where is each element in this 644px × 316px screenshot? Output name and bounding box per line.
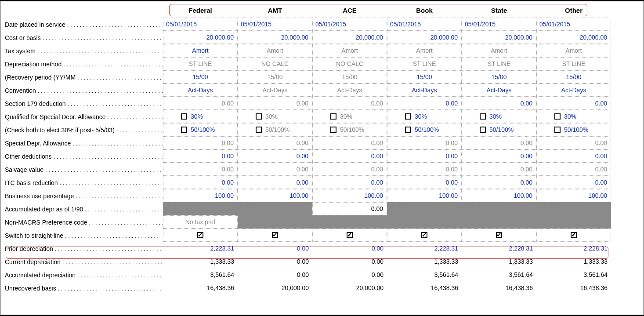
non_macrs-cell-0[interactable]: No tax pref bbox=[163, 215, 238, 229]
switch_sl-cell-5[interactable] bbox=[536, 229, 611, 242]
check_both-checkbox-1[interactable] bbox=[256, 127, 262, 133]
sec179-cell-2[interactable]: 0.00 bbox=[312, 97, 387, 110]
bus_use-cell-3[interactable]: 100.00 bbox=[387, 189, 462, 202]
salvage-cell-0[interactable]: 0.00 bbox=[163, 163, 238, 176]
other_ded-cell-0[interactable]: 0.00 bbox=[163, 149, 238, 163]
itc_basis-cell-2[interactable]: 0.00 bbox=[312, 176, 387, 189]
qual_spec-cell-5[interactable]: 30% bbox=[536, 110, 611, 123]
dep_method-cell-2[interactable]: NO CALC bbox=[312, 57, 387, 70]
dep_method-cell-3[interactable]: ST LINE bbox=[387, 57, 462, 70]
tax_system-cell-1[interactable]: Amort bbox=[238, 44, 312, 57]
salvage-cell-5[interactable]: 0.00 bbox=[536, 163, 611, 176]
dep_method-cell-4[interactable]: ST LINE bbox=[462, 57, 536, 70]
itc_basis-cell-0[interactable]: 0.00 bbox=[163, 176, 238, 189]
tax_system-cell-5[interactable]: Amort bbox=[536, 44, 611, 57]
date_placed-cell-3[interactable]: 05/01/2015 bbox=[387, 18, 462, 31]
recovery-cell-1[interactable]: 15/00 bbox=[238, 70, 312, 84]
date_placed-cell-4[interactable]: 05/01/2015 bbox=[462, 18, 536, 31]
date_placed-cell-5[interactable]: 05/01/2015 bbox=[536, 18, 611, 31]
check_both-checkbox-5[interactable] bbox=[554, 127, 561, 133]
recovery-cell-5[interactable]: 15/00 bbox=[536, 70, 611, 84]
itc_basis-cell-1[interactable]: 0.00 bbox=[238, 176, 312, 189]
switch_sl-checkbox-5[interactable] bbox=[571, 232, 577, 238]
tax_system-cell-3[interactable]: Amort bbox=[387, 44, 462, 57]
sec179-cell-0[interactable]: 0.00 bbox=[163, 97, 238, 110]
salvage-cell-2[interactable]: 0.00 bbox=[312, 163, 387, 176]
check_both-cell-3[interactable]: 50/100% bbox=[387, 123, 462, 136]
qual_spec-checkbox-4[interactable] bbox=[480, 113, 486, 120]
sec179-cell-3[interactable]: 0.00 bbox=[387, 97, 462, 110]
qual_spec-checkbox-0[interactable] bbox=[181, 113, 187, 120]
check_both-checkbox-2[interactable] bbox=[330, 127, 336, 133]
dep_method-cell-5[interactable]: ST LINE bbox=[536, 57, 611, 70]
check_both-cell-2[interactable]: 50/100% bbox=[312, 123, 387, 136]
check_both-cell-0[interactable]: 50/100% bbox=[163, 123, 238, 136]
check_both-checkbox-4[interactable] bbox=[480, 127, 486, 133]
qual_spec-cell-2[interactable]: 30% bbox=[312, 110, 387, 123]
qual_spec-cell-3[interactable]: 30% bbox=[387, 110, 462, 123]
qual_spec-checkbox-2[interactable] bbox=[330, 113, 336, 120]
itc_basis-cell-3[interactable]: 0.00 bbox=[387, 176, 462, 189]
qual_spec-checkbox-1[interactable] bbox=[256, 113, 262, 120]
spec_allow-cell-4[interactable]: 0.00 bbox=[462, 136, 536, 149]
salvage-cell-1[interactable]: 0.00 bbox=[238, 163, 312, 176]
cost_basis-cell-4[interactable]: 20,000.00 bbox=[462, 31, 536, 44]
other_ded-cell-5[interactable]: 0.00 bbox=[536, 149, 611, 163]
salvage-cell-3[interactable]: 0.00 bbox=[387, 163, 462, 176]
switch_sl-checkbox-3[interactable] bbox=[421, 232, 427, 238]
switch_sl-cell-0[interactable] bbox=[163, 229, 238, 242]
sec179-cell-1[interactable]: 0.00 bbox=[238, 97, 312, 110]
switch_sl-cell-3[interactable] bbox=[387, 229, 462, 242]
recovery-cell-0[interactable]: 15/00 bbox=[163, 70, 238, 84]
spec_allow-cell-5[interactable]: 0.00 bbox=[536, 136, 611, 149]
bus_use-cell-1[interactable]: 100.00 bbox=[238, 189, 312, 202]
check_both-cell-5[interactable]: 50/100% bbox=[536, 123, 611, 136]
check_both-checkbox-3[interactable] bbox=[405, 127, 411, 133]
switch_sl-cell-4[interactable] bbox=[462, 229, 536, 242]
switch_sl-cell-1[interactable] bbox=[238, 229, 312, 242]
other_ded-cell-2[interactable]: 0.00 bbox=[312, 149, 387, 163]
qual_spec-cell-1[interactable]: 30% bbox=[238, 110, 312, 123]
dep_method-cell-0[interactable]: ST LINE bbox=[163, 57, 238, 70]
tax_system-cell-4[interactable]: Amort bbox=[462, 44, 536, 57]
sec179-cell-4[interactable]: 0.00 bbox=[462, 97, 536, 110]
other_ded-cell-1[interactable]: 0.00 bbox=[238, 149, 312, 163]
tax_system-cell-0[interactable]: Amort bbox=[163, 44, 238, 57]
spec_allow-cell-1[interactable]: 0.00 bbox=[238, 136, 312, 149]
recovery-cell-2[interactable]: 15/00 bbox=[312, 70, 387, 84]
bus_use-cell-5[interactable]: 100.00 bbox=[536, 189, 611, 202]
bus_use-cell-2[interactable]: 100.00 bbox=[312, 189, 387, 202]
switch_sl-cell-2[interactable] bbox=[312, 229, 387, 242]
recovery-cell-3[interactable]: 15/00 bbox=[387, 70, 462, 84]
switch_sl-checkbox-0[interactable] bbox=[197, 232, 203, 238]
switch_sl-checkbox-1[interactable] bbox=[272, 232, 278, 238]
qual_spec-checkbox-3[interactable] bbox=[405, 113, 411, 120]
cost_basis-cell-2[interactable]: 20,000.00 bbox=[312, 31, 387, 44]
check_both-checkbox-0[interactable] bbox=[181, 127, 187, 133]
bus_use-cell-4[interactable]: 100.00 bbox=[462, 189, 536, 202]
convention-cell-1[interactable]: Act-Days bbox=[238, 84, 312, 97]
date_placed-cell-2[interactable]: 05/01/2015 bbox=[312, 18, 387, 31]
other_ded-cell-4[interactable]: 0.00 bbox=[462, 149, 536, 163]
convention-cell-0[interactable]: Act-Days bbox=[163, 84, 238, 97]
itc_basis-cell-4[interactable]: 0.00 bbox=[462, 176, 536, 189]
cost_basis-cell-0[interactable]: 20,000.00 bbox=[163, 31, 238, 44]
spec_allow-cell-0[interactable]: 0.00 bbox=[163, 136, 238, 149]
qual_spec-cell-4[interactable]: 30% bbox=[462, 110, 536, 123]
date_placed-cell-1[interactable]: 05/01/2015 bbox=[238, 18, 312, 31]
qual_spec-checkbox-5[interactable] bbox=[554, 113, 561, 120]
date_placed-cell-0[interactable]: 05/01/2015 bbox=[163, 18, 238, 31]
accum_190-cell-2[interactable]: 0.00 bbox=[312, 202, 387, 215]
other_ded-cell-3[interactable]: 0.00 bbox=[387, 149, 462, 163]
tax_system-cell-2[interactable]: Amort bbox=[312, 44, 387, 57]
switch_sl-checkbox-2[interactable] bbox=[347, 232, 353, 238]
spec_allow-cell-2[interactable]: 0.00 bbox=[312, 136, 387, 149]
sec179-cell-5[interactable]: 0.00 bbox=[536, 97, 611, 110]
qual_spec-cell-0[interactable]: 30% bbox=[163, 110, 238, 123]
dep_method-cell-1[interactable]: NO CALC bbox=[238, 57, 312, 70]
convention-cell-2[interactable]: Act-Days bbox=[312, 84, 387, 97]
recovery-cell-4[interactable]: 15/00 bbox=[462, 70, 536, 84]
cost_basis-cell-3[interactable]: 20,000.00 bbox=[387, 31, 462, 44]
convention-cell-4[interactable]: Act-Days bbox=[462, 84, 536, 97]
convention-cell-3[interactable]: Act-Days bbox=[387, 84, 462, 97]
